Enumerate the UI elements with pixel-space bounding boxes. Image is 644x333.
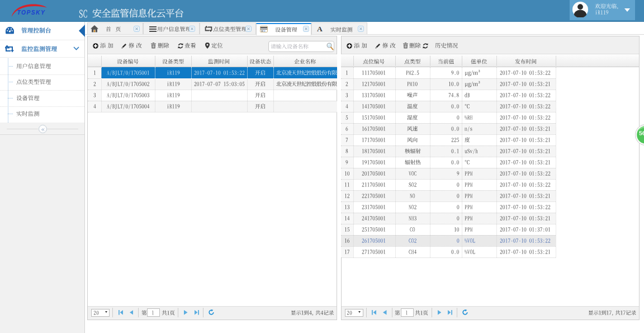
svg-text:TOPSKY: TOPSKY	[17, 10, 46, 16]
svg-text:A: A	[317, 26, 323, 32]
